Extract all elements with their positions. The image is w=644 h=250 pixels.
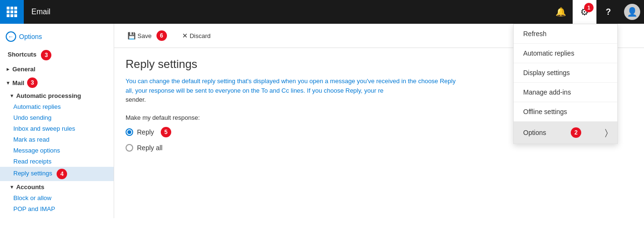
- dropdown-item-automatic-replies[interactable]: Automatic replies: [514, 44, 617, 63]
- description-text-3: sender.: [126, 96, 146, 103]
- app-title: Email: [31, 8, 549, 16]
- step-badge-2: 2: [571, 127, 581, 138]
- radio-reply-indicator: [126, 128, 133, 136]
- back-arrow-icon: ←: [6, 31, 16, 42]
- dropdown-auto-replies-label: Automatic replies: [523, 49, 574, 57]
- radio-reply-all-label: Reply all: [137, 144, 163, 152]
- settings-button[interactable]: ⚙ 1: [573, 0, 596, 24]
- sidebar-wrapper: ← Options Shortcuts 3 ► General ▼ Mail 3…: [0, 24, 114, 250]
- sidebar-item-read-receipts[interactable]: Read receipts: [0, 156, 114, 167]
- sidebar: ← Options Shortcuts 3 ► General ▼ Mail 3…: [0, 24, 114, 218]
- sidebar-item-general[interactable]: ► General: [0, 63, 114, 75]
- chevron-down-accounts-icon: ▼: [10, 184, 14, 190]
- avatar-button[interactable]: 👤: [620, 0, 644, 24]
- avatar: 👤: [624, 4, 640, 20]
- sidebar-back-button[interactable]: ← Options: [0, 28, 114, 46]
- cursor-hand-icon: 〉: [605, 128, 608, 138]
- dropdown-refresh-label: Refresh: [523, 30, 546, 38]
- step-badge-mail: 3: [27, 77, 38, 88]
- discard-button[interactable]: ✕ Discard: [178, 30, 215, 41]
- dropdown-menu: Refresh Automatic replies Display settin…: [513, 24, 618, 144]
- save-icon: 💾: [127, 32, 136, 39]
- sidebar-item-mail[interactable]: ▼ Mail 3: [0, 75, 114, 90]
- chevron-right-icon: ►: [6, 67, 10, 72]
- dropdown-item-offline-settings[interactable]: Offline settings: [514, 102, 617, 122]
- step-badge-6: 6: [156, 30, 167, 41]
- header-icons: 🔔 ⚙ 1 ? 👤: [549, 0, 644, 24]
- step-badge-5: 5: [161, 127, 171, 137]
- dropdown-offline-label: Offline settings: [523, 108, 567, 115]
- radio-reply-label: Reply: [137, 128, 154, 136]
- sidebar-item-reply-settings[interactable]: Reply settings 4: [0, 167, 114, 181]
- sidebar-item-block-or-allow[interactable]: Block or allow: [0, 192, 114, 203]
- step-badge-3: 3: [41, 50, 51, 60]
- radio-reply-all-indicator: [126, 144, 133, 152]
- dropdown-item-manage-addins[interactable]: Manage add-ins: [514, 83, 617, 102]
- app-grid-button[interactable]: [0, 0, 24, 24]
- sidebar-back-label: Options: [19, 33, 42, 40]
- sidebar-item-automatic-replies[interactable]: Automatic replies: [0, 101, 114, 112]
- notification-button[interactable]: 🔔: [549, 0, 573, 24]
- dropdown-item-refresh[interactable]: Refresh: [514, 24, 617, 44]
- help-button[interactable]: ?: [596, 0, 620, 24]
- dropdown-display-label: Display settings: [523, 69, 570, 77]
- save-label: Save: [137, 32, 152, 39]
- dropdown-item-display-settings[interactable]: Display settings: [514, 63, 617, 83]
- settings-badge: 1: [584, 3, 594, 12]
- grid-icon: [7, 7, 17, 17]
- step-badge-4: 4: [57, 169, 67, 179]
- sidebar-item-message-options[interactable]: Message options: [0, 145, 114, 156]
- chevron-down-sub-icon: ▼: [10, 93, 14, 98]
- dropdown-options-label: Options: [523, 129, 546, 136]
- sidebar-item-undo-sending[interactable]: Undo sending: [0, 112, 114, 123]
- help-icon: ?: [606, 7, 611, 17]
- radio-reply-all[interactable]: Reply all: [126, 144, 633, 152]
- description: You can change the default reply setting…: [126, 77, 459, 105]
- dropdown-addins-label: Manage add-ins: [523, 88, 571, 96]
- discard-icon: ✕: [182, 32, 188, 39]
- sidebar-item-automatic-processing[interactable]: ▼ Automatic processing: [0, 90, 114, 101]
- dropdown-item-options[interactable]: Options 2 〉: [514, 122, 617, 144]
- save-button[interactable]: 💾 Save 6: [124, 29, 171, 43]
- chevron-down-icon: ▼: [6, 80, 10, 86]
- discard-label: Discard: [190, 32, 211, 39]
- sidebar-item-accounts[interactable]: ▼ Accounts: [0, 181, 114, 192]
- sidebar-item-inbox-sweep[interactable]: Inbox and sweep rules: [0, 123, 114, 134]
- sidebar-item-mark-as-read[interactable]: Mark as read: [0, 134, 114, 145]
- notification-icon: 🔔: [556, 7, 566, 17]
- avatar-icon: 👤: [627, 7, 637, 17]
- description-text-1: You can change the default reply setting…: [126, 77, 418, 85]
- sidebar-item-pop-imap[interactable]: POP and IMAP: [0, 203, 114, 214]
- header: Email 🔔 ⚙ 1 ? 👤: [0, 0, 644, 24]
- sidebar-item-shortcuts[interactable]: Shortcuts 3: [0, 48, 114, 63]
